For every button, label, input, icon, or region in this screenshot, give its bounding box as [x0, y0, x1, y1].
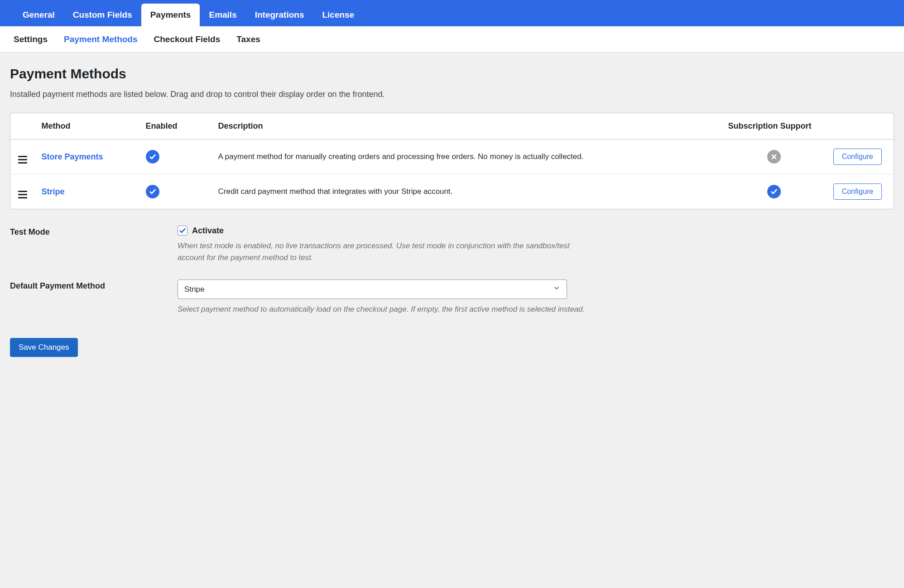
drag-handle-icon[interactable]: [18, 191, 27, 198]
save-button[interactable]: Save Changes: [10, 338, 78, 357]
payment-methods-table: Method Enabled Description Subscription …: [10, 113, 894, 209]
method-description: A payment method for manually creating o…: [212, 140, 722, 174]
method-description: Credit card payment method that integrat…: [212, 174, 722, 209]
setting-test-mode: Test Mode Activate When test mode is ena…: [10, 226, 894, 263]
subtab-payment-methods[interactable]: Payment Methods: [64, 34, 138, 44]
nav-secondary: Settings Payment Methods Checkout Fields…: [0, 26, 904, 53]
subscription-status-icon: [767, 185, 781, 198]
subscription-status-icon: [767, 150, 781, 164]
setting-default-method: Default Payment Method Stripe Select pay…: [10, 280, 894, 315]
method-link-store-payments[interactable]: Store Payments: [42, 152, 103, 161]
test-mode-help: When test mode is enabled, no live trans…: [178, 240, 594, 263]
tab-general[interactable]: General: [14, 4, 64, 26]
default-method-select[interactable]: Stripe: [178, 280, 567, 299]
configure-button[interactable]: Configure: [833, 183, 882, 200]
drag-handle-icon[interactable]: [18, 156, 27, 164]
method-link-stripe[interactable]: Stripe: [42, 187, 65, 196]
tab-custom-fields[interactable]: Custom Fields: [64, 4, 141, 26]
default-method-value: Stripe: [184, 285, 204, 294]
tab-license[interactable]: License: [313, 4, 363, 26]
table-row: Stripe Credit card payment method that i…: [10, 174, 894, 209]
th-subscription: Subscription Support: [722, 113, 826, 140]
tab-payments[interactable]: Payments: [141, 4, 200, 26]
configure-button[interactable]: Configure: [833, 149, 882, 165]
subtab-settings[interactable]: Settings: [14, 34, 48, 44]
page-intro: Installed payment methods are listed bel…: [10, 90, 894, 99]
tab-emails[interactable]: Emails: [200, 4, 245, 26]
th-description: Description: [212, 113, 722, 140]
chevron-down-icon: [553, 284, 560, 294]
page-title: Payment Methods: [10, 66, 894, 82]
nav-primary: General Custom Fields Payments Emails In…: [0, 0, 904, 26]
test-mode-checkbox-label: Activate: [192, 226, 224, 236]
enabled-toggle[interactable]: [146, 185, 159, 198]
th-method: Method: [35, 113, 139, 140]
default-method-label: Default Payment Method: [10, 280, 178, 291]
th-enabled: Enabled: [139, 113, 212, 140]
subtab-taxes[interactable]: Taxes: [236, 34, 260, 44]
subtab-checkout-fields[interactable]: Checkout Fields: [154, 34, 221, 44]
enabled-toggle[interactable]: [146, 150, 159, 164]
test-mode-label: Test Mode: [10, 226, 178, 237]
table-row: Store Payments A payment method for manu…: [10, 140, 894, 174]
default-method-help: Select payment method to automatically l…: [178, 304, 594, 315]
tab-integrations[interactable]: Integrations: [246, 4, 313, 26]
test-mode-checkbox[interactable]: [178, 226, 188, 236]
